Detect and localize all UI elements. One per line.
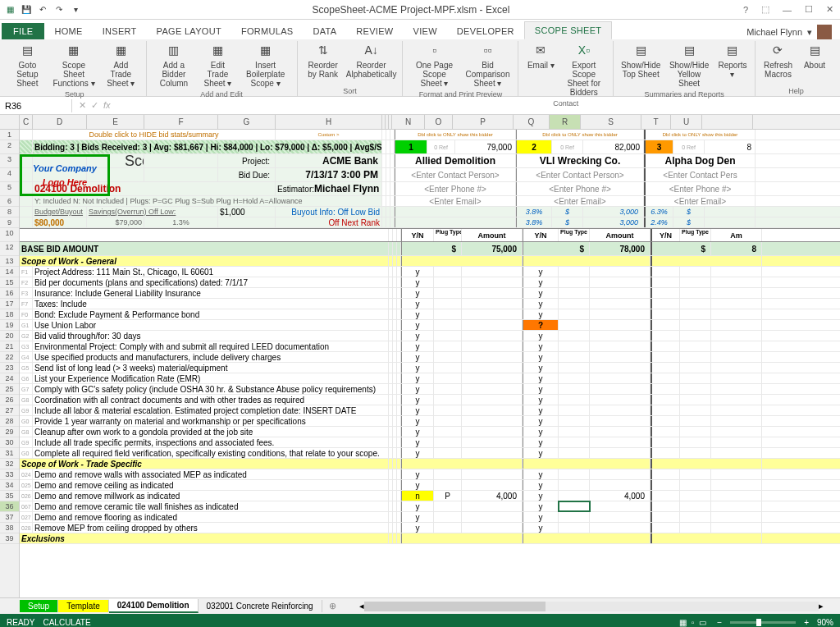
row-header[interactable]: 14 (0, 267, 19, 277)
col-header[interactable] (702, 115, 753, 129)
tab-home[interactable]: HOME (44, 23, 92, 39)
page-break-icon[interactable]: ▭ (696, 618, 709, 627)
col-header[interactable]: O (425, 115, 453, 129)
sheet-tab-template[interactable]: Template (58, 600, 109, 612)
col-header[interactable]: D (33, 115, 87, 129)
row-header[interactable]: 36 (0, 501, 19, 512)
bidder2-email[interactable]: <Enter Email> (516, 196, 644, 206)
row-header[interactable]: 26 (0, 395, 19, 405)
sheet-tab-concrete[interactable]: 032001 Concrete Reinforcing (199, 600, 322, 612)
row-header[interactable]: 21 (0, 341, 19, 352)
row-header[interactable]: 24 (0, 373, 19, 384)
close-icon[interactable]: ✕ (823, 4, 837, 15)
row-header[interactable]: 39 (0, 533, 19, 544)
row-header[interactable]: 31 (0, 448, 19, 459)
row-header[interactable]: 33 (0, 469, 19, 480)
row-header[interactable]: 38 (0, 523, 19, 533)
row-header[interactable]: 18 (0, 309, 19, 320)
row-header[interactable]: 30 (0, 437, 19, 448)
cell[interactable] (559, 491, 590, 501)
cell[interactable] (559, 523, 590, 533)
row-header[interactable]: 12 (0, 242, 19, 256)
zoom-slider[interactable] (730, 621, 796, 624)
redo-icon[interactable]: ↷ (52, 3, 66, 16)
one-page-button[interactable]: ▫One Page Scope Sheet ▾ (408, 41, 460, 89)
cancel-icon[interactable]: ✕ (79, 100, 86, 111)
col-header[interactable]: G (218, 115, 276, 129)
zoom-out-icon[interactable]: − (717, 618, 722, 627)
row-header[interactable]: 34 (0, 480, 19, 491)
undo-icon[interactable]: ↶ (36, 3, 49, 16)
col-header[interactable]: P (453, 115, 514, 129)
col-header[interactable]: F (144, 115, 218, 129)
row-header[interactable]: 5 (0, 182, 19, 196)
email-button[interactable]: ✉Email ▾ (523, 41, 558, 98)
maximize-icon[interactable]: ☐ (801, 4, 816, 15)
row-header[interactable]: 2 (0, 140, 19, 154)
sheet-tab-setup[interactable]: Setup (20, 600, 58, 612)
tab-data[interactable]: DATA (303, 23, 346, 39)
bidder1-phone[interactable]: <Enter Phone #> (395, 182, 516, 195)
view-buttons[interactable]: ▦▫▭ (677, 618, 710, 627)
row-header[interactable]: 25 (0, 384, 19, 395)
insert-boilerplate-button[interactable]: ▦Insert Boilerplate Scope ▾ (240, 41, 292, 89)
tab-formulas[interactable]: FORMULAS (231, 23, 304, 39)
formula-input[interactable] (117, 104, 840, 108)
bidder3-email[interactable]: <Enter Email> (644, 196, 756, 206)
scrollbar-thumb[interactable] (364, 602, 546, 611)
sheet-tab-demolition[interactable]: 024100 Demolition (109, 599, 199, 613)
user-avatar[interactable] (817, 25, 832, 39)
tab-developer[interactable]: DEVELOPER (447, 23, 524, 39)
row-header[interactable]: 9 (0, 217, 19, 228)
refresh-macros-button[interactable]: ⟳Refresh Macros (760, 41, 796, 86)
row-header[interactable]: 4 (0, 168, 19, 182)
zoom-level[interactable]: 90% (817, 618, 833, 627)
col-header[interactable]: Q (514, 115, 550, 129)
horizontal-scrollbar[interactable]: ◂ ▸ (359, 601, 824, 611)
cell[interactable] (559, 512, 590, 522)
goto-setup-button[interactable]: ▤Goto Setup Sheet (8, 41, 47, 89)
scope-sheet-functions-button[interactable]: ▦Scope Sheet Functions ▾ (48, 41, 99, 89)
row-header[interactable]: 10 (0, 228, 19, 242)
minimize-icon[interactable]: — (779, 5, 795, 15)
show-yellow-button[interactable]: ▤Show/Hide Yellow Sheet (664, 41, 714, 89)
row-header[interactable]: 17 (0, 299, 19, 309)
col-header[interactable]: E (87, 115, 144, 129)
bidder1-email[interactable]: <Enter Email> (395, 196, 516, 206)
cell[interactable] (559, 469, 590, 479)
row-header[interactable]: 15 (0, 277, 19, 288)
tab-view[interactable]: VIEW (404, 23, 447, 39)
tab-page-layout[interactable]: PAGE LAYOUT (147, 23, 231, 39)
col-header[interactable]: R (550, 115, 581, 129)
help-icon[interactable]: ? (740, 5, 751, 15)
row-header[interactable]: 19 (0, 320, 19, 331)
row-header[interactable]: 22 (0, 352, 19, 363)
tab-insert[interactable]: INSERT (93, 23, 147, 39)
row-header[interactable]: 13 (0, 256, 19, 267)
export-button[interactable]: X▫Export Scope Sheet for Bidders (559, 41, 608, 98)
col-header[interactable]: N (392, 115, 425, 129)
enter-icon[interactable]: ✓ (91, 100, 98, 111)
row-header[interactable]: 3 (0, 154, 19, 168)
show-top-button[interactable]: ▤Show/Hide Top Sheet (619, 41, 663, 89)
row-header[interactable]: 27 (0, 405, 19, 416)
select-all[interactable] (0, 115, 20, 129)
zoom-in-icon[interactable]: + (804, 618, 809, 627)
zoom-thumb[interactable] (756, 619, 761, 626)
hide-stats-hint[interactable]: Double click to HIDE bid stats/summary (33, 130, 276, 140)
row-header[interactable]: 29 (0, 427, 19, 437)
col-header[interactable]: C (20, 115, 33, 129)
bidder2-contact[interactable]: <Enter Contact Person> (516, 168, 644, 181)
row-header[interactable]: 16 (0, 288, 19, 299)
reorder-alpha-button[interactable]: A↓Reorder Alphabetically (345, 41, 398, 86)
row-header[interactable]: 35 (0, 491, 19, 501)
col-header[interactable]: U (671, 115, 702, 129)
user-dropdown-icon[interactable]: ▾ (807, 27, 812, 38)
row-header[interactable]: 20 (0, 331, 19, 341)
cells[interactable]: Double click to HIDE bid stats/summary C… (20, 130, 840, 597)
reports-button[interactable]: ▤Reports ▾ (715, 41, 750, 89)
row-header[interactable]: 32 (0, 459, 19, 469)
edit-trade-button[interactable]: ▦Edit Trade Sheet ▾ (198, 41, 237, 89)
selected-cell[interactable] (559, 501, 590, 511)
row-header[interactable]: 37 (0, 512, 19, 523)
